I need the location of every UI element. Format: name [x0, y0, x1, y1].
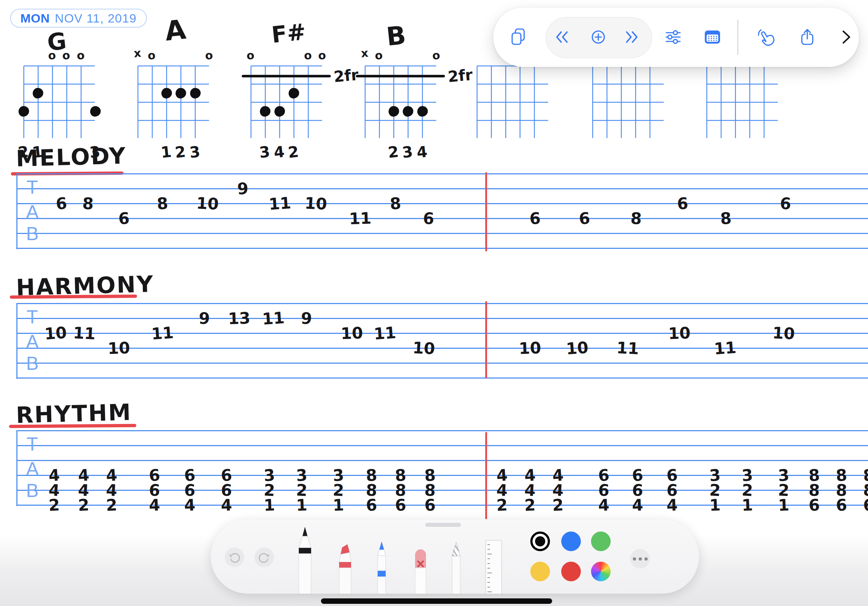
chord-grid — [592, 65, 664, 138]
lasso-icon — [442, 539, 471, 594]
tool-eraser[interactable] — [406, 539, 435, 594]
color-swatch-black[interactable] — [530, 532, 550, 551]
fast-forward-icon — [623, 29, 640, 45]
color-swatch-yellow[interactable] — [530, 562, 550, 581]
staff-line — [16, 303, 868, 304]
finger-dot — [417, 106, 428, 117]
tab-number: 4 — [184, 496, 195, 515]
staff-line — [16, 318, 868, 319]
tab-number: 4 — [666, 496, 678, 515]
tab-number: 6 — [835, 496, 847, 515]
tab-number: 1 — [741, 496, 753, 515]
tab-number: 8 — [82, 194, 94, 213]
tab-staff-rhythm: TAB4424424426646646643213213218868868864… — [16, 431, 868, 506]
share-button[interactable] — [796, 25, 819, 49]
tab-number: 11 — [713, 338, 737, 358]
tab-letter-a: A — [22, 201, 43, 223]
tab-number: 2 — [78, 496, 90, 515]
tab-number: 6 — [424, 496, 436, 515]
open-mute-marker: x — [360, 46, 369, 60]
highlighter-icon — [331, 539, 360, 594]
tab-number: 10 — [519, 338, 542, 357]
tab-number: 8 — [630, 209, 642, 228]
tab-number: 11 — [616, 338, 639, 358]
home-indicator[interactable] — [321, 598, 552, 604]
finger-dot — [90, 106, 101, 117]
finger-dot — [190, 88, 201, 99]
tool-highlighter[interactable] — [331, 539, 360, 594]
tab-number: 11 — [151, 323, 175, 343]
add-page-button[interactable] — [587, 25, 610, 49]
keypad-button[interactable] — [701, 25, 724, 49]
fast-forward-button[interactable] — [620, 25, 643, 49]
toolbar-drag-handle[interactable] — [425, 523, 461, 527]
redo-button[interactable] — [254, 547, 274, 567]
tab-letter-a: A — [22, 331, 43, 352]
tab-number: 11 — [268, 193, 292, 213]
chord-name: B — [385, 20, 408, 52]
tab-number: 10 — [566, 338, 589, 358]
tool-lasso[interactable] — [442, 539, 471, 594]
rewind-button[interactable] — [550, 25, 574, 49]
tab-number: 6 — [395, 496, 406, 515]
tab-number: 9 — [300, 309, 312, 328]
chevron-right-icon — [839, 29, 854, 45]
tab-letter-t: T — [22, 176, 43, 198]
staff-line — [16, 248, 868, 249]
open-mute-marker: o — [62, 48, 71, 62]
rewind-icon — [553, 29, 570, 45]
filters-icon — [664, 29, 683, 45]
date-badge[interactable]: MON NOV 11, 2019 — [10, 9, 147, 28]
open-mute-marker: o — [76, 48, 85, 62]
tab-number: 6 — [55, 194, 68, 213]
pencil-size-label: 19 — [367, 592, 396, 594]
tab-number: 1 — [709, 496, 721, 515]
filters-button[interactable] — [662, 25, 685, 49]
tab-number: 6 — [366, 496, 377, 515]
tab-number: 8 — [389, 194, 401, 213]
staff-left-border — [16, 431, 17, 506]
finger-number: 3 — [259, 143, 271, 162]
tool-ruler[interactable] — [479, 539, 508, 594]
color-swatch-blue[interactable] — [561, 532, 581, 551]
position-fret-line — [356, 75, 445, 77]
position-fret-line — [242, 75, 331, 77]
color-swatch-green[interactable] — [591, 532, 611, 551]
pen-icon — [290, 526, 319, 594]
undo-icon — [227, 550, 242, 564]
color-swatch-spectrum[interactable] — [591, 562, 611, 581]
section-title-underline — [9, 424, 136, 428]
chord-name: F# — [270, 18, 307, 48]
tab-number: 6 — [863, 496, 868, 515]
tab-number: 1 — [778, 496, 789, 515]
tab-number: 10 — [108, 338, 130, 357]
chord-grid — [476, 65, 548, 138]
copy-pages-button[interactable] — [507, 25, 530, 49]
staff-line — [16, 203, 868, 204]
tab-number: 2 — [552, 496, 564, 515]
staff-line — [16, 430, 868, 431]
tab-letter-b: B — [22, 352, 43, 374]
tab-number: 1 — [264, 496, 275, 515]
finger-number: 2 — [387, 143, 400, 162]
open-mute-marker: o — [374, 48, 383, 62]
tool-pencil[interactable]: 19 — [367, 539, 396, 594]
touch-mode-button[interactable] — [754, 25, 777, 49]
top-toolbar — [493, 8, 859, 67]
undo-button[interactable] — [225, 547, 244, 567]
more-options-button[interactable] — [630, 549, 650, 569]
tab-number: 10 — [412, 338, 436, 358]
open-mute-marker: o — [303, 48, 312, 62]
chord-grid — [23, 65, 95, 138]
expand-toolbar-button[interactable] — [835, 25, 858, 49]
color-swatch-red[interactable] — [561, 562, 581, 581]
tab-number: 10 — [341, 323, 363, 343]
tab-number: 2 — [106, 496, 118, 515]
staff-line — [16, 460, 868, 461]
tab-number: 6 — [578, 209, 591, 228]
tab-number: 6 — [779, 194, 791, 213]
tab-number: 10 — [772, 323, 795, 343]
tab-number: 2 — [524, 496, 536, 515]
tool-pen[interactable] — [290, 526, 319, 594]
copy-pages-icon — [509, 28, 528, 46]
